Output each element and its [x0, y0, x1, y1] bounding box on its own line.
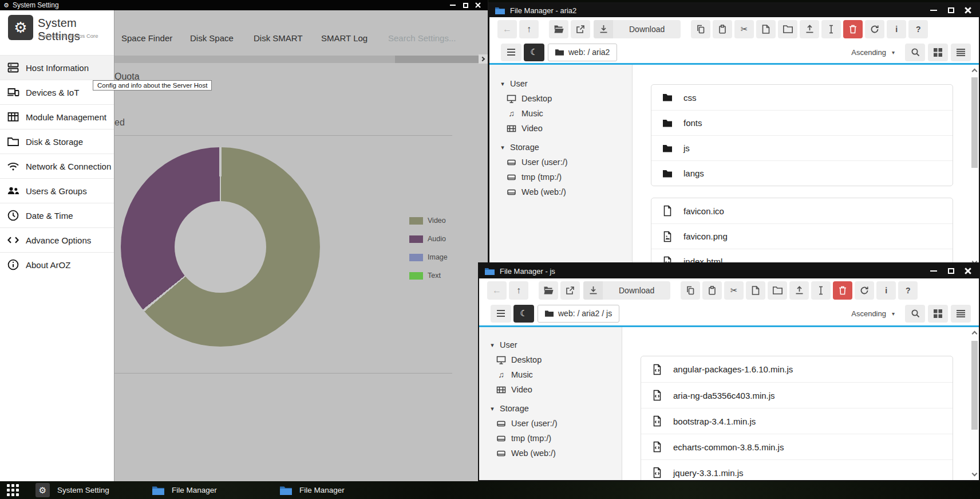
close-icon[interactable] [472, 1, 484, 10]
copy-button[interactable] [681, 281, 700, 300]
file-row-bootstrap[interactable]: bootstrap-3.4.1.min.js [641, 408, 953, 434]
file-row-aria-ng[interactable]: aria-ng-da5356c403.min.js [641, 382, 953, 408]
menu-button[interactable] [491, 305, 511, 323]
open-folder-button[interactable] [539, 281, 558, 300]
sort-dropdown[interactable]: Ascending ▾ [851, 309, 895, 318]
tree-item-user-drive[interactable]: User (user:/) [479, 416, 622, 431]
up-button[interactable]: ↑ [509, 281, 528, 300]
back-button[interactable]: ← [497, 20, 517, 38]
external-open-button[interactable] [571, 20, 590, 38]
search-settings-input[interactable]: Search Settings... [388, 33, 456, 43]
paste-button[interactable] [713, 20, 732, 38]
tree-item-video[interactable]: Video [479, 382, 622, 397]
new-folder-button[interactable] [768, 281, 787, 300]
tree-item-tmp-drive[interactable]: tmp (tmp:/) [479, 431, 622, 446]
close-icon[interactable] [962, 6, 974, 15]
menu-button[interactable] [501, 44, 521, 61]
tree-item-desktop[interactable]: Desktop [479, 352, 622, 367]
new-folder-button[interactable] [778, 20, 797, 38]
upload-button[interactable] [789, 281, 809, 300]
file-row-fonts[interactable]: fonts [651, 110, 953, 135]
sidebar-item-network-connection[interactable]: Network & Connection [0, 154, 114, 178]
dark-mode-button[interactable]: ☾ [513, 305, 534, 323]
tabs-scrollbar[interactable] [114, 56, 479, 63]
refresh-button[interactable] [865, 20, 884, 38]
cut-button[interactable]: ✂ [724, 281, 744, 300]
external-open-button[interactable] [560, 281, 580, 300]
list-view-button[interactable] [951, 44, 971, 61]
legend-item-audio[interactable]: Audio [409, 235, 446, 243]
minimize-icon[interactable] [446, 1, 459, 10]
file-row-favicon-ico[interactable]: favicon.ico [651, 198, 953, 223]
tree-item-video[interactable]: Video [489, 121, 632, 136]
copy-button[interactable] [691, 20, 710, 38]
info-button[interactable]: i [887, 20, 906, 38]
dark-mode-button[interactable]: ☾ [524, 44, 544, 61]
search-button[interactable] [905, 44, 925, 61]
tree-section-user[interactable]: ▾ User [489, 76, 632, 91]
grid-view-button[interactable] [928, 44, 948, 61]
tree-item-web-drive[interactable]: Web (web:/) [479, 446, 622, 461]
tabs-scroll-right-icon[interactable] [479, 54, 488, 64]
tab-disk-smart[interactable]: Disk SMART [254, 33, 303, 43]
sidebar-item-date-time[interactable]: Date & Time [0, 203, 114, 227]
sidebar-item-advance-options[interactable]: Advance Options [0, 227, 114, 252]
delete-button[interactable] [833, 281, 852, 300]
sort-dropdown[interactable]: Ascending ▾ [851, 48, 895, 57]
download-button[interactable]: Download [594, 20, 681, 38]
breadcrumb[interactable]: web: / aria2 [548, 44, 617, 61]
tree-item-desktop[interactable]: Desktop [489, 91, 632, 106]
scrollbar[interactable] [970, 65, 979, 268]
cut-button[interactable]: ✂ [734, 20, 754, 38]
app-launcher-icon[interactable] [7, 484, 19, 496]
taskbar-item-file-manager-1[interactable]: File Manager [152, 481, 217, 499]
tab-smart-log[interactable]: SMART Log [321, 33, 368, 43]
rename-button[interactable] [811, 281, 831, 300]
tab-space-finder[interactable]: Space Finder [121, 33, 172, 43]
tree-item-tmp-drive[interactable]: tmp (tmp:/) [489, 170, 632, 184]
file-row-langs[interactable]: langs [651, 160, 953, 186]
refresh-button[interactable] [855, 281, 874, 300]
tab-disk-space[interactable]: Disk Space [190, 33, 234, 43]
file-row-jquery[interactable]: jquery-3.3.1.min.js [641, 459, 953, 480]
file-row-css[interactable]: css [651, 85, 953, 110]
sidebar-item-about-aroz[interactable]: About ArOZ [0, 252, 114, 277]
minimize-icon[interactable] [927, 266, 940, 276]
sidebar-item-users-groups[interactable]: Users & Groups [0, 178, 114, 203]
scrollbar[interactable] [970, 327, 979, 480]
info-button[interactable]: i [876, 281, 896, 300]
scroll-up-icon[interactable] [972, 331, 978, 337]
sidebar-item-host-information[interactable]: Host Information [0, 55, 114, 80]
rename-button[interactable] [821, 20, 841, 38]
breadcrumb[interactable]: web: / aria2 / js [538, 305, 619, 323]
scrollbar-thumb[interactable] [971, 341, 978, 430]
fm-aria2-titlebar[interactable]: File Manager - aria2 [489, 3, 979, 17]
list-view-button[interactable] [951, 305, 971, 323]
tree-item-web-drive[interactable]: Web (web:/) [489, 184, 632, 199]
open-folder-button[interactable] [549, 20, 568, 38]
file-row-echarts[interactable]: echarts-common-3.8.5.min.js [641, 434, 953, 459]
help-button[interactable]: ? [898, 281, 918, 300]
file-row-angular[interactable]: angular-packages-1.6.10.min.js [641, 356, 953, 382]
back-button[interactable]: ← [487, 281, 507, 300]
search-button[interactable] [905, 305, 925, 323]
close-icon[interactable] [962, 266, 974, 276]
minimize-icon[interactable] [927, 6, 940, 15]
maximize-icon[interactable] [945, 6, 957, 15]
sidebar-item-disk-storage[interactable]: Disk & Storage [0, 129, 114, 154]
new-file-button[interactable] [756, 20, 776, 38]
tree-section-storage[interactable]: ▾ Storage [479, 401, 622, 416]
new-file-button[interactable] [746, 281, 765, 300]
legend-item-video[interactable]: Video [409, 217, 446, 225]
file-row-favicon-png[interactable]: favicon.png [651, 223, 953, 249]
file-row-js[interactable]: js [651, 135, 953, 160]
upload-button[interactable] [800, 20, 819, 38]
system-settings-titlebar[interactable]: ⚙ System Setting [0, 0, 488, 10]
legend-item-image[interactable]: Image [409, 253, 448, 261]
scroll-up-icon[interactable] [972, 69, 978, 74]
maximize-icon[interactable] [459, 1, 472, 10]
sidebar-item-module-management[interactable]: Module Management [0, 104, 114, 129]
delete-button[interactable] [843, 20, 863, 38]
maximize-icon[interactable] [945, 266, 957, 276]
scrollbar-thumb[interactable] [971, 77, 978, 168]
